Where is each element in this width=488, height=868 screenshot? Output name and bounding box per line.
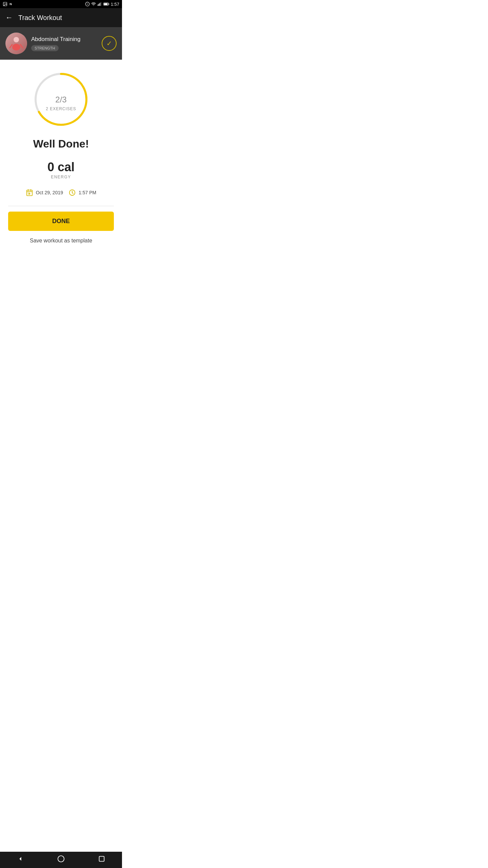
top-nav: ← Track Workout: [0, 8, 122, 27]
exercise-count: 2/3: [55, 87, 66, 105]
progress-ring: 2/3 2 EXERCISES: [32, 71, 90, 128]
avatar-silhouette: [8, 35, 25, 52]
workout-name: Abdominal Training: [31, 36, 102, 43]
calendar-icon: [26, 189, 33, 196]
done-button[interactable]: DONE: [8, 212, 114, 231]
notification-icon: N: [9, 2, 14, 6]
energy-value: 0 cal: [47, 161, 75, 173]
well-done-message: Well Done!: [33, 138, 89, 150]
svg-rect-5: [98, 4, 98, 6]
status-bar-right-icons: 1:57: [85, 2, 119, 7]
workout-time: 1:57 PM: [79, 190, 96, 195]
image-icon: [3, 2, 7, 6]
svg-rect-10: [108, 4, 109, 5]
current-exercise: 2: [55, 95, 60, 104]
svg-rect-11: [104, 3, 108, 5]
workout-info: Abdominal Training STRENGTH: [31, 36, 102, 51]
svg-line-14: [10, 44, 12, 48]
check-icon: ✓: [106, 39, 112, 47]
progress-ring-inner: 2/3 2 EXERCISES: [32, 71, 90, 128]
status-time: 1:57: [111, 2, 119, 7]
save-template-link[interactable]: Save workout as template: [30, 238, 92, 244]
svg-text:N: N: [9, 2, 12, 6]
energy-label: ENERGY: [47, 175, 75, 179]
minus-circle-icon: [85, 2, 90, 6]
time-item: 1:57 PM: [68, 189, 96, 196]
page-title: Track Workout: [18, 14, 62, 22]
energy-section: 0 cal ENERGY: [47, 161, 75, 179]
svg-point-12: [14, 37, 19, 42]
svg-rect-7: [100, 3, 100, 6]
battery-icon: [103, 2, 109, 6]
main-content: 2/3 2 EXERCISES Well Done! 0 cal ENERGY: [0, 60, 122, 265]
signal-icon: [97, 2, 102, 6]
svg-point-1: [4, 3, 5, 4]
svg-line-15: [20, 44, 23, 48]
date-item: Oct 29, 2019: [26, 189, 63, 196]
svg-rect-8: [101, 2, 101, 6]
svg-rect-6: [99, 4, 99, 6]
svg-rect-23: [28, 193, 28, 193]
status-bar: N 1:57: [0, 0, 122, 8]
wifi-icon: [91, 2, 96, 6]
divider: [8, 206, 114, 206]
workout-header: Abdominal Training STRENGTH ✓: [0, 27, 122, 60]
status-bar-left-icons: N: [3, 2, 14, 6]
workout-avatar: [5, 33, 27, 54]
exercise-label: 2 EXERCISES: [46, 106, 76, 111]
svg-point-13: [12, 44, 20, 51]
avatar-image: [5, 33, 27, 54]
clock-icon: [68, 189, 76, 196]
complete-check-button[interactable]: ✓: [102, 36, 117, 51]
workout-tag: STRENGTH: [31, 45, 59, 51]
datetime-row: Oct 29, 2019 1:57 PM: [26, 189, 96, 196]
workout-date: Oct 29, 2019: [36, 190, 63, 195]
total-exercises: /3: [60, 95, 67, 104]
back-button[interactable]: ←: [5, 14, 13, 21]
